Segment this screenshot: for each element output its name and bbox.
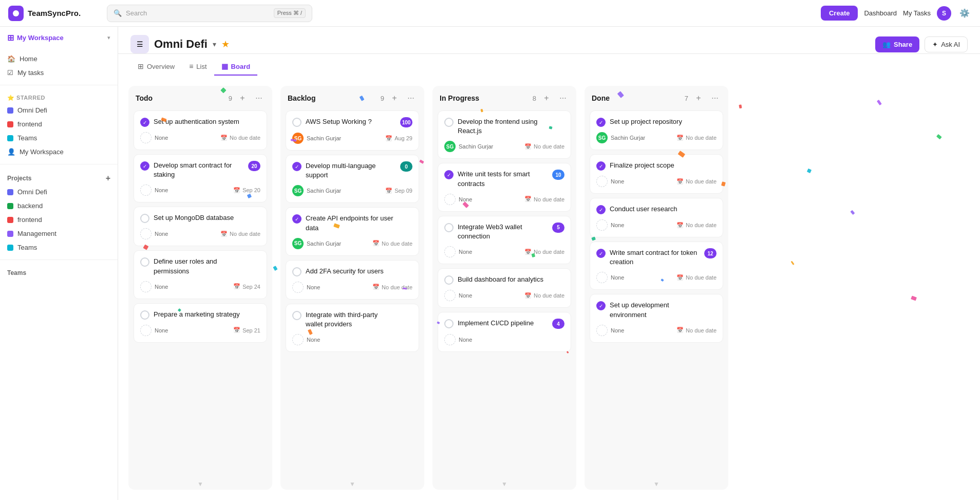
column-add-button[interactable]: + [388, 92, 401, 104]
card-check-done: ✓ [140, 161, 149, 171]
sidebar-item-omni-defi-project[interactable]: Omni Defi [0, 185, 118, 199]
divider-3 [0, 260, 118, 260]
add-project-icon[interactable]: + [106, 174, 110, 183]
my-tasks-link[interactable]: My Tasks [903, 9, 931, 17]
color-dot [7, 203, 13, 209]
card-header: ✓ Set up project repository [596, 117, 717, 127]
card-check-done: ✓ [596, 301, 606, 310]
card-header: ✓ Develop smart contract for staking 20 [140, 161, 260, 179]
card-date: 📅 No due date [676, 135, 717, 141]
card-footer: None [444, 334, 564, 345]
sidebar-item-my-tasks[interactable]: ☑ My tasks [0, 66, 118, 80]
card-title: Set up development environment [610, 301, 700, 319]
card-assignee-none: None [596, 272, 624, 283]
card-check-done: ✓ [596, 249, 606, 258]
card[interactable]: ✓ Set up authentication system None 📅 No… [134, 110, 267, 150]
workspace-header[interactable]: ⊞ My Workspace ▾ [0, 30, 118, 46]
tab-list[interactable]: ≡ List [182, 58, 214, 76]
card[interactable]: ✓ Create API endpoints for user data SG … [286, 207, 419, 255]
sidebar-item-teams-starred[interactable]: Teams [0, 131, 118, 145]
share-button[interactable]: 👥 Share [875, 36, 919, 52]
sidebar-item-frontend-project[interactable]: frontend [0, 213, 118, 227]
projects-title[interactable]: Projects + [0, 170, 118, 185]
calendar-icon: 📅 [233, 187, 240, 194]
dashboard-link[interactable]: Dashboard [864, 9, 897, 17]
ask-ai-button[interactable]: ✦ Ask AI [925, 36, 968, 52]
card[interactable]: Set up MongoDB database None 📅 No due da… [134, 207, 267, 246]
card[interactable]: Develop the frontend using React.js SG S… [438, 110, 571, 159]
column-add-button[interactable]: + [692, 92, 705, 104]
card-assignee: SG Sachin Gurjar [444, 141, 493, 152]
assignee-none-label: None [611, 274, 624, 281]
create-button[interactable]: Create [821, 6, 858, 21]
tab-board[interactable]: ▦ Board [214, 58, 258, 76]
avatar[interactable]: S [937, 6, 951, 21]
settings-icon[interactable]: ⚙️ [957, 6, 972, 21]
card-title: Prepare a marketing strategy [154, 310, 244, 319]
card-check-pending [444, 223, 454, 232]
card-date: 📅 No due date [220, 231, 260, 237]
card[interactable]: ✓ Write unit tests for smart contracts 1… [438, 163, 571, 211]
calendar-icon: 📅 [233, 283, 240, 290]
shortcut-badge: Press ⌘ / [274, 8, 306, 18]
sidebar-item-teams-project[interactable]: Teams [0, 240, 118, 254]
card[interactable]: Prepare a marketing strategy None 📅 Sep … [134, 303, 267, 343]
sidebar-item-management-project[interactable]: Management [0, 227, 118, 240]
card[interactable]: Define user roles and permissions None 📅… [134, 250, 267, 299]
tab-overview[interactable]: ⊞ Overview [130, 58, 182, 76]
calendar-icon: 📅 [524, 249, 532, 255]
card[interactable]: Build dashboard for analytics None 📅 No … [438, 268, 571, 308]
card-footer: None [292, 334, 412, 345]
card[interactable]: AWS Setup Working ? 100 SG Sachin Gurjar… [286, 110, 419, 151]
card-footer: None 📅 Sep 21 [140, 325, 260, 336]
column-add-button[interactable]: + [236, 92, 249, 104]
column-title: Todo [136, 94, 224, 102]
sidebar-item-frontend-starred[interactable]: frontend [0, 117, 118, 131]
teams-title[interactable]: Teams [0, 265, 118, 279]
card-header: Implement CI/CD pipeline 4 [444, 319, 564, 329]
project-icon-btn[interactable]: ☰ [130, 35, 149, 53]
card[interactable]: ✓ Develop multi-language support 0 SG Sa… [286, 155, 419, 203]
project-star-icon[interactable]: ★ [221, 39, 230, 50]
card-header: ✓ Set up authentication system [140, 117, 260, 127]
date-text: No due date [686, 178, 717, 184]
sidebar-item-my-workspace-starred[interactable]: 👤 My Workspace [0, 145, 118, 159]
card-check-done: ✓ [292, 162, 301, 171]
assignee-none-label: None [459, 196, 472, 202]
card-title: Finalize project scope [610, 161, 700, 170]
card-assignee: SG Sachin Gurjar [292, 133, 341, 144]
search-bar[interactable]: 🔍 Search Press ⌘ / [107, 5, 312, 22]
assignee-none [140, 184, 152, 196]
card[interactable]: ✓ Set up project repository SG Sachin Gu… [590, 110, 723, 150]
card[interactable]: Integrate with third-party wallet provid… [286, 304, 419, 352]
assignee-none-label: None [155, 327, 168, 334]
search-icon: 🔍 [114, 9, 122, 17]
card[interactable]: ✓ Conduct user research None 📅 No due da… [590, 198, 723, 237]
card-date: 📅 No due date [372, 284, 412, 290]
assignee-none [596, 325, 608, 336]
sidebar-item-home[interactable]: 🏠 Home [0, 52, 118, 66]
card[interactable]: ✓ Finalize project scope None 📅 No due d… [590, 154, 723, 194]
column-menu-button[interactable]: ··· [253, 92, 265, 104]
calendar-icon: 📅 [220, 135, 228, 141]
card-check-done: ✓ [596, 161, 606, 171]
card[interactable]: ✓ Write smart contract for token creatio… [590, 242, 723, 290]
sidebar-item-omni-defi-starred[interactable]: Omni Defi [0, 103, 118, 117]
project-dropdown-arrow[interactable]: ▾ [213, 40, 216, 48]
column-menu-button[interactable]: ··· [557, 92, 569, 104]
card[interactable]: ✓ Set up development environment None 📅 … [590, 294, 723, 342]
card[interactable]: Implement CI/CD pipeline 4 None [438, 312, 571, 352]
avatar: SG [292, 185, 304, 196]
calendar-icon: 📅 [524, 292, 532, 299]
card-date: 📅 No due date [524, 143, 564, 150]
date-text: Sep 21 [242, 327, 260, 334]
column-menu-button[interactable]: ··· [709, 92, 721, 104]
card-title: Conduct user research [610, 205, 700, 214]
sidebar-item-backend-project[interactable]: backend [0, 199, 118, 213]
card[interactable]: ✓ Develop smart contract for staking 20 … [134, 154, 267, 202]
column-menu-button[interactable]: ··· [405, 92, 417, 104]
column-add-button[interactable]: + [540, 92, 553, 104]
card[interactable]: Integrate Web3 wallet connection 5 None … [438, 216, 571, 264]
card-assignee-none: None [292, 334, 320, 345]
card[interactable]: Add 2FA security for users None 📅 No due… [286, 260, 419, 300]
